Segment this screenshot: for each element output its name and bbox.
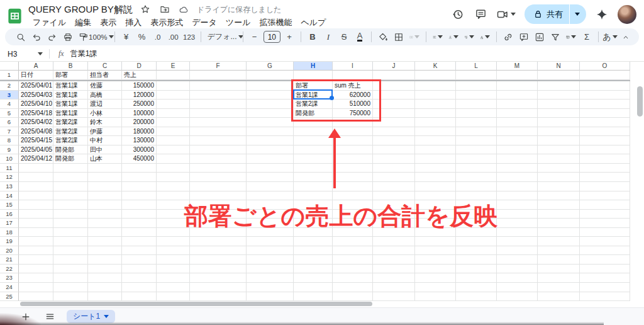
cell-F8[interactable] <box>190 136 247 145</box>
cell-L21[interactable] <box>456 255 497 265</box>
cell-C7[interactable]: 伊藤 <box>88 127 122 137</box>
name-box[interactable]: H3 <box>0 50 48 59</box>
cell-M22[interactable] <box>497 265 538 274</box>
cell-J1[interactable] <box>373 71 415 80</box>
cell-J12[interactable] <box>373 173 415 182</box>
cell-I12[interactable] <box>333 173 373 182</box>
menu-view[interactable]: 表示 <box>96 17 121 28</box>
functions-button[interactable]: Σ <box>580 30 594 44</box>
cell-E14[interactable] <box>157 191 190 201</box>
cell-L23[interactable] <box>456 273 497 283</box>
horizontal-scrollbar[interactable] <box>20 302 372 306</box>
cell-N5[interactable] <box>538 109 580 118</box>
row-header-23[interactable]: 23 <box>0 273 19 283</box>
cell-C6[interactable]: 鈴木 <box>88 118 122 127</box>
cell-M12[interactable] <box>497 173 538 182</box>
col-header-K[interactable]: K <box>415 62 456 71</box>
cell-E4[interactable] <box>157 100 190 109</box>
menu-edit[interactable]: 編集 <box>70 17 96 28</box>
cell-B25[interactable] <box>53 292 88 302</box>
row-header-7[interactable]: 7 <box>0 127 19 137</box>
fill-color-icon[interactable] <box>376 30 390 44</box>
col-header-C[interactable]: C <box>88 62 122 71</box>
history-icon[interactable] <box>451 8 465 21</box>
font-select[interactable]: デフォ... <box>206 30 238 44</box>
cell-K3[interactable] <box>415 91 456 100</box>
cell-C12[interactable] <box>88 173 122 182</box>
cell-O15[interactable] <box>580 200 630 210</box>
share-button[interactable]: 共有 <box>525 4 586 24</box>
cell-E24[interactable] <box>157 283 190 292</box>
cell-J9[interactable] <box>373 145 415 155</box>
cell-I25[interactable] <box>333 292 373 302</box>
cell-O24[interactable] <box>580 283 630 292</box>
cell-I14[interactable] <box>333 191 373 201</box>
cell-F12[interactable] <box>190 173 247 182</box>
cell-G9[interactable] <box>247 145 294 155</box>
cell-H19[interactable] <box>294 237 333 246</box>
cell-N23[interactable] <box>538 273 580 283</box>
cell-O13[interactable] <box>580 182 630 191</box>
cell-C8[interactable]: 中村 <box>88 136 122 145</box>
cell-O18[interactable] <box>580 228 630 237</box>
bold-button[interactable]: B <box>306 30 319 44</box>
cell-K5[interactable] <box>415 109 456 118</box>
cell-N14[interactable] <box>538 191 580 201</box>
cell-N2[interactable] <box>538 81 580 91</box>
menu-insert[interactable]: 挿入 <box>121 17 146 28</box>
cell-C16[interactable] <box>88 210 122 219</box>
cell-O17[interactable] <box>580 219 630 228</box>
col-header-J[interactable]: J <box>373 62 415 71</box>
cell-I9[interactable] <box>333 145 373 155</box>
cell-A5[interactable]: 2025/04/18 <box>19 109 53 118</box>
cell-I19[interactable] <box>333 237 373 246</box>
cell-C15[interactable] <box>88 200 122 210</box>
cell-G12[interactable] <box>247 173 294 182</box>
col-header-H[interactable]: H <box>294 62 333 71</box>
cell-C25[interactable] <box>88 292 122 302</box>
cell-B15[interactable] <box>53 200 88 210</box>
cell-M8[interactable] <box>497 136 538 145</box>
cell-D4[interactable]: 250000 <box>122 100 157 109</box>
cell-G7[interactable] <box>247 127 294 137</box>
cell-A16[interactable] <box>19 210 53 219</box>
cell-D17[interactable] <box>122 219 157 228</box>
row-header-19[interactable]: 19 <box>0 237 19 246</box>
cell-I20[interactable] <box>333 246 373 256</box>
filter-icon[interactable] <box>548 30 562 44</box>
cell-D15[interactable] <box>122 200 157 210</box>
cell-D25[interactable] <box>122 292 157 302</box>
cell-B13[interactable] <box>53 182 88 191</box>
cell-N12[interactable] <box>538 173 580 182</box>
font-size-input[interactable]: 10 <box>264 31 280 43</box>
cell-D11[interactable] <box>122 164 157 173</box>
col-header-G[interactable]: G <box>247 62 294 71</box>
star-icon[interactable] <box>138 3 152 16</box>
cell-F14[interactable] <box>190 191 247 201</box>
cell-M25[interactable] <box>497 292 538 302</box>
cell-J13[interactable] <box>373 182 415 191</box>
cell-A1[interactable]: 日付 <box>19 71 53 80</box>
cell-A22[interactable] <box>19 265 53 274</box>
cell-M7[interactable] <box>497 127 538 137</box>
undo-icon[interactable] <box>30 30 43 44</box>
cell-L25[interactable] <box>456 292 497 302</box>
cell-I24[interactable] <box>333 283 373 292</box>
cell-L22[interactable] <box>456 265 497 274</box>
cell-D19[interactable] <box>122 237 157 246</box>
cell-A24[interactable] <box>19 283 53 292</box>
cell-G22[interactable] <box>247 265 294 274</box>
cell-G4[interactable] <box>247 100 294 109</box>
cell-M13[interactable] <box>497 182 538 191</box>
cell-B12[interactable] <box>53 173 88 182</box>
cell-H23[interactable] <box>294 273 333 283</box>
cell-A15[interactable] <box>19 200 53 210</box>
increase-font-size-button[interactable]: + <box>282 30 296 44</box>
cell-J21[interactable] <box>373 255 415 265</box>
cell-L11[interactable] <box>456 164 497 173</box>
cell-E25[interactable] <box>157 292 190 302</box>
cell-E21[interactable] <box>157 255 190 265</box>
format-currency-button[interactable]: ¥ <box>119 30 133 44</box>
col-header-A[interactable]: A <box>19 62 53 71</box>
video-call-button[interactable] <box>496 8 516 21</box>
